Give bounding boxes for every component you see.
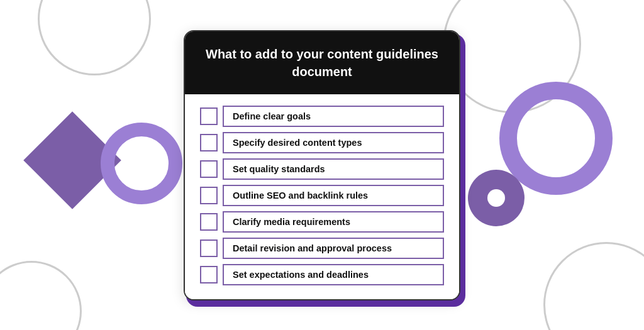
checklist-label: Detail revision and approval process	[223, 238, 444, 259]
decorative-ring-right-large	[499, 82, 613, 195]
checkbox[interactable]	[200, 266, 218, 283]
list-item: Set quality standards	[200, 158, 444, 180]
decorative-circle-bottom-left	[0, 261, 82, 330]
card-body: Define clear goalsSpecify desired conten…	[185, 94, 459, 299]
decorative-circle-top-left	[38, 0, 151, 75]
checkbox[interactable]	[200, 134, 218, 151]
checkbox[interactable]	[200, 213, 218, 231]
checkbox[interactable]	[200, 239, 218, 257]
list-item: Define clear goals	[200, 106, 444, 127]
decorative-circle-right-small	[468, 170, 525, 226]
list-item: Specify desired content types	[200, 132, 444, 153]
decorative-diamond	[23, 111, 121, 209]
checkbox[interactable]	[200, 187, 218, 204]
checklist-label: Set quality standards	[223, 158, 444, 180]
main-card: What to add to your content guidelines d…	[184, 30, 460, 300]
decorative-circle-top-right	[443, 0, 581, 113]
checklist-label: Define clear goals	[223, 106, 444, 127]
card-header: What to add to your content guidelines d…	[185, 31, 459, 94]
decorative-ring-left	[101, 123, 182, 204]
list-item: Set expectations and deadlines	[200, 264, 444, 285]
checklist-label: Clarify media requirements	[223, 211, 444, 233]
list-item: Detail revision and approval process	[200, 238, 444, 259]
checklist-label: Specify desired content types	[223, 132, 444, 153]
decorative-ring-bottom-right	[543, 242, 644, 330]
checkbox[interactable]	[200, 160, 218, 178]
list-item: Outline SEO and backlink rules	[200, 185, 444, 206]
list-item: Clarify media requirements	[200, 211, 444, 233]
card-title: What to add to your content guidelines d…	[204, 45, 440, 80]
checklist-label: Set expectations and deadlines	[223, 264, 444, 285]
checkbox[interactable]	[200, 107, 218, 125]
checklist-label: Outline SEO and backlink rules	[223, 185, 444, 206]
